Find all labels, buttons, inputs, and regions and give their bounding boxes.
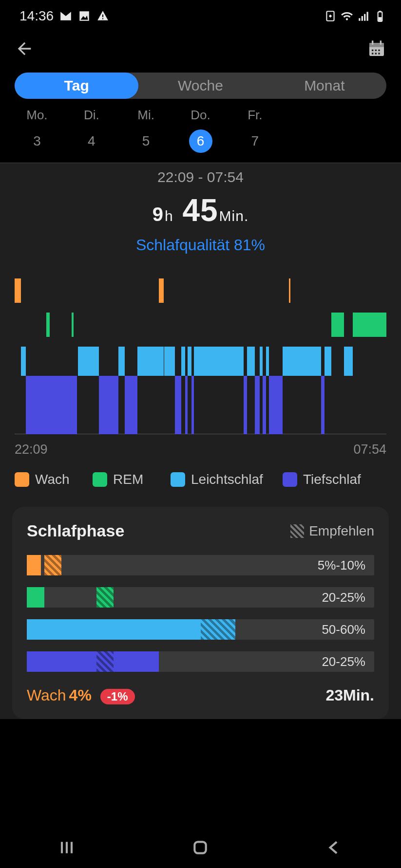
day-label: Fr. xyxy=(248,108,262,123)
period-tag-month[interactable]: Monat xyxy=(263,73,386,99)
bar-bg: 50-60% xyxy=(27,619,374,640)
legend-deep-label: Tiefschlaf xyxy=(303,472,361,487)
phase-segment xyxy=(283,347,305,376)
phase-detail: Wach 4% -1% 23Min. xyxy=(27,686,374,704)
svg-rect-17 xyxy=(375,50,377,51)
svg-rect-19 xyxy=(372,53,373,54)
phase-row[interactable]: 20-25% xyxy=(27,651,374,672)
hours-unit: h xyxy=(165,208,173,224)
svg-rect-7 xyxy=(364,14,365,20)
svg-rect-2 xyxy=(102,14,103,17)
detail-left: Wach 4% -1% xyxy=(27,686,135,704)
mail-icon xyxy=(59,10,72,22)
minutes: 45 xyxy=(182,193,218,228)
summary: 22:09 - 07:54 9h 45Min. Schlafqualität 8… xyxy=(0,169,401,269)
legend-rem-label: REM xyxy=(113,472,143,487)
phase-segment xyxy=(26,376,61,434)
bar-bg: 20-25% xyxy=(27,587,374,608)
back-nav-button[interactable] xyxy=(325,838,344,859)
svg-rect-8 xyxy=(367,12,368,20)
phase-segment xyxy=(244,376,248,434)
phase-row[interactable]: 5%-10% xyxy=(27,555,374,575)
period-toggle: Tag Woche Monat xyxy=(15,73,386,99)
main: 22:09 - 07:54 9h 45Min. Schlafqualität 8… xyxy=(0,163,401,719)
svg-rect-11 xyxy=(379,11,381,12)
time-range: 22:09 - 07:54 xyxy=(0,169,401,185)
period-tag-week[interactable]: Woche xyxy=(138,73,262,99)
day-label: Di. xyxy=(84,108,99,123)
phase-segment xyxy=(125,376,137,434)
phase-segment xyxy=(21,347,26,376)
status-bar: 14:36 xyxy=(0,0,401,27)
hours: 9 xyxy=(153,203,164,225)
sleep-chart[interactable] xyxy=(15,278,386,434)
sleep-duration: 9h 45Min. xyxy=(0,192,401,228)
quality-label: Schlafqualität xyxy=(136,236,229,254)
svg-rect-15 xyxy=(380,40,382,44)
x-start: 22:09 xyxy=(15,442,48,457)
sleep-quality: Schlafqualität 81% xyxy=(0,236,401,254)
phase-segment xyxy=(118,347,125,376)
phase-segment xyxy=(325,347,331,376)
bar-fill xyxy=(27,651,159,672)
reco-label: Empfehlen xyxy=(309,523,374,539)
detail-duration: 23Min. xyxy=(325,686,374,704)
bar-range-label: 20-25% xyxy=(322,590,365,605)
legend: Wach REM Leichtschlaf Tiefschlaf xyxy=(0,472,401,507)
legend-awake-label: Wach xyxy=(35,472,70,487)
phase-segment xyxy=(175,376,181,434)
status-right xyxy=(324,10,386,22)
warning-icon xyxy=(96,10,109,22)
svg-rect-3 xyxy=(102,18,103,19)
phase-title: Schlafphase xyxy=(27,521,124,540)
app-bar xyxy=(0,27,401,73)
legend-light: Leichtschlaf xyxy=(171,472,283,487)
phase-segment xyxy=(46,313,50,337)
phase-segment xyxy=(194,347,244,376)
day-col-1[interactable]: Di. 4 xyxy=(64,108,119,153)
phase-segment xyxy=(331,313,344,337)
phase-segment xyxy=(266,347,268,376)
bar-reco-hatch xyxy=(96,587,114,608)
svg-rect-20 xyxy=(375,53,377,54)
home-button[interactable] xyxy=(191,838,210,859)
system-navbar xyxy=(0,829,401,868)
legend-rem: REM xyxy=(93,472,171,487)
day-label: Mi. xyxy=(137,108,154,123)
day-num: 4 xyxy=(80,129,103,153)
back-button[interactable] xyxy=(15,39,34,60)
day-num: 5 xyxy=(134,129,158,153)
svg-rect-10 xyxy=(379,17,382,21)
bar-reco-hatch xyxy=(201,619,235,640)
detail-pct: 4% xyxy=(69,686,92,704)
day-col-4[interactable]: Fr. 7 xyxy=(228,108,282,153)
period-tag-day[interactable]: Tag xyxy=(15,73,138,99)
day-strip: Mo. 3 Di. 4 Mi. 5 Do. 6 Fr. 7 xyxy=(0,108,401,163)
x-end: 07:54 xyxy=(353,442,386,457)
calendar-button[interactable] xyxy=(367,39,386,60)
phase-row[interactable]: 20-25% xyxy=(27,587,374,608)
phase-head: Schlafphase Empfehlen xyxy=(27,521,374,540)
day-col-2[interactable]: Mi. 5 xyxy=(119,108,173,153)
phase-row[interactable]: 50-60% xyxy=(27,619,374,640)
day-num: 3 xyxy=(25,129,49,153)
hatch-icon xyxy=(290,524,304,538)
svg-rect-5 xyxy=(359,18,360,20)
day-col-3[interactable]: Do. 6 xyxy=(173,108,228,153)
day-col-0[interactable]: Mo. 3 xyxy=(10,108,64,153)
legend-awake: Wach xyxy=(15,472,93,487)
svg-rect-25 xyxy=(195,842,206,853)
minutes-unit: Min. xyxy=(219,208,249,224)
phase-segment xyxy=(78,347,99,376)
phase-segment xyxy=(263,376,267,434)
phase-segment xyxy=(61,376,77,434)
svg-rect-13 xyxy=(369,43,384,47)
recents-button[interactable] xyxy=(57,838,76,859)
phase-segment xyxy=(164,347,175,376)
detail-name: Wach xyxy=(27,686,66,704)
chart-x-axis: 22:09 07:54 xyxy=(15,434,386,472)
swatch-deep-icon xyxy=(283,472,297,487)
delta-badge: -1% xyxy=(100,689,135,704)
bar-reco-hatch xyxy=(44,555,62,575)
bar-reco-hatch xyxy=(96,651,114,672)
